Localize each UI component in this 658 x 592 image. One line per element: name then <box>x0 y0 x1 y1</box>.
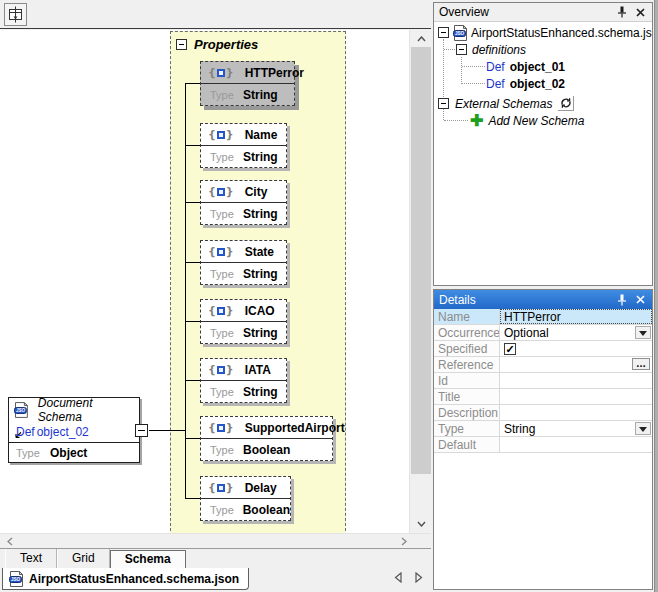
schema-design-pane: Properties {}HTTPerror TypeString {}Name… <box>0 0 431 592</box>
def-prefix: Def <box>486 60 505 74</box>
xmlspy-json-schema-window: Properties {}HTTPerror TypeString {}Name… <box>0 0 658 592</box>
file-tab-bar: JSO AirportStatusEnhanced.schema.json <box>0 568 431 592</box>
tree-connector <box>444 49 455 50</box>
refresh-schemas-icon[interactable] <box>558 96 574 111</box>
title-field[interactable] <box>500 389 652 404</box>
json-schema-file-icon: JSO <box>9 571 24 587</box>
tree-item-object-02[interactable]: Def object_02 <box>486 75 565 92</box>
details-row-reference[interactable]: Reference … <box>434 357 652 373</box>
details-row-name[interactable]: Name HTTPerror <box>434 309 652 325</box>
svg-text:JSO: JSO <box>16 408 26 413</box>
property-box-httperror[interactable]: {}HTTPerror TypeString <box>200 61 295 106</box>
tab-text[interactable]: Text <box>5 549 57 568</box>
schema-settings-button[interactable] <box>4 3 27 26</box>
tree-connector <box>462 83 485 84</box>
details-grid: Name HTTPerror Occurrence Optional Speci… <box>434 309 652 453</box>
occurrence-select[interactable]: Optional <box>500 325 652 340</box>
properties-container-label: Properties <box>194 37 258 52</box>
scroll-down-arrow[interactable] <box>411 516 431 532</box>
json-property-icon: {} <box>208 421 234 434</box>
type-select[interactable]: String <box>500 421 652 436</box>
close-icon[interactable] <box>634 6 647 19</box>
tree-connector <box>462 66 485 67</box>
def-label: Def <box>16 425 35 439</box>
details-row-specified[interactable]: Specified ✓ <box>434 341 652 357</box>
object-02-label: object_02 <box>510 77 565 91</box>
details-title: Details <box>439 293 615 307</box>
def-value: object_02 <box>37 425 89 439</box>
json-property-icon: {} <box>208 66 234 79</box>
connector-stub <box>185 145 200 146</box>
collapse-toggle[interactable] <box>456 44 467 55</box>
id-field[interactable] <box>500 373 652 388</box>
external-schemas-label: External Schemas <box>455 97 552 111</box>
connector-stub <box>185 83 200 84</box>
pin-icon[interactable] <box>615 293 628 306</box>
property-box-icao[interactable]: {}ICAO TypeString <box>200 299 287 344</box>
json-schema-file-icon: JSO <box>453 25 468 41</box>
prev-file-arrow[interactable] <box>394 572 402 583</box>
connector-stub <box>185 380 200 381</box>
definitions-label: definitions <box>472 43 526 57</box>
property-box-city[interactable]: {}City TypeString <box>200 180 287 225</box>
json-property-icon: {} <box>208 128 234 141</box>
next-file-arrow[interactable] <box>415 572 423 583</box>
details-row-default[interactable]: Default <box>434 437 652 453</box>
def-prefix: Def <box>486 77 505 91</box>
scroll-left-arrow[interactable] <box>2 534 18 548</box>
default-field[interactable] <box>500 437 652 452</box>
schema-diagram-canvas[interactable]: Properties {}HTTPerror TypeString {}Name… <box>0 30 431 533</box>
details-title-bar[interactable]: Details <box>434 290 652 309</box>
connector-stub <box>185 438 200 439</box>
tree-item-object-01[interactable]: Def object_01 <box>486 58 565 75</box>
json-property-icon: {} <box>208 481 234 494</box>
name-field[interactable]: HTTPerror <box>500 309 652 324</box>
close-icon[interactable] <box>634 293 647 306</box>
property-box-name[interactable]: {}Name TypeString <box>200 123 287 168</box>
canvas-horizontal-scrollbar[interactable] <box>0 533 431 548</box>
description-field[interactable] <box>500 405 652 420</box>
property-box-delay[interactable]: {}Delay TypeBoolean <box>200 476 291 521</box>
tree-item-schema-file[interactable]: JSO AirportStatusEnhanced.schema.json <box>438 24 652 41</box>
tree-item-external-schemas[interactable]: External Schemas <box>438 95 574 112</box>
specified-checkbox[interactable]: ✓ <box>504 343 516 355</box>
scroll-up-arrow[interactable] <box>411 31 431 47</box>
pin-icon[interactable] <box>615 6 628 19</box>
collapse-toggle[interactable] <box>438 98 449 109</box>
reference-field[interactable]: … <box>500 357 652 372</box>
property-box-state[interactable]: {}State TypeString <box>200 240 287 285</box>
property-box-supportedairport[interactable]: {}SupportedAirport TypeBoolean <box>200 416 333 461</box>
dropdown-arrow-icon[interactable] <box>635 326 651 339</box>
tab-grid[interactable]: Grid <box>57 549 110 568</box>
canvas-vertical-scrollbar[interactable] <box>409 30 431 533</box>
details-row-id[interactable]: Id <box>434 373 652 389</box>
collapse-properties-toggle[interactable] <box>176 39 187 50</box>
object-01-label: object_01 <box>510 60 565 74</box>
vertical-scroll-thumb[interactable] <box>411 47 431 474</box>
document-schema-title: Document Schema <box>38 396 139 424</box>
details-row-description[interactable]: Description <box>434 405 652 421</box>
scroll-right-arrow[interactable] <box>396 534 412 548</box>
tab-schema[interactable]: Schema <box>110 550 186 568</box>
collapse-toggle[interactable] <box>438 27 449 38</box>
overview-panel: Overview <box>433 2 653 286</box>
property-box-iata[interactable]: {}IATA TypeString <box>200 358 287 403</box>
side-panels: Overview <box>432 0 654 592</box>
tree-item-add-new-schema[interactable]: ✚ Add New Schema <box>470 112 584 129</box>
browse-button[interactable]: … <box>632 358 650 370</box>
details-row-type[interactable]: Type String <box>434 421 652 437</box>
document-schema-box[interactable]: JSO Document Schema Def object_02 Type O… <box>8 397 140 463</box>
tree-item-definitions[interactable]: definitions <box>456 41 526 58</box>
dropdown-arrow-icon[interactable] <box>635 422 651 435</box>
overview-title: Overview <box>439 5 615 19</box>
details-row-title[interactable]: Title <box>434 389 652 405</box>
json-property-icon: {} <box>208 185 234 198</box>
file-tab-airportstatus[interactable]: JSO AirportStatusEnhanced.schema.json <box>2 568 249 590</box>
details-row-occurrence[interactable]: Occurrence Optional <box>434 325 652 341</box>
overview-title-bar[interactable]: Overview <box>434 3 652 22</box>
tree-root-label: AirportStatusEnhanced.schema.json <box>471 26 652 40</box>
add-new-schema-label: Add New Schema <box>488 114 584 128</box>
add-icon: ✚ <box>470 113 483 129</box>
specified-cell: ✓ <box>500 341 652 356</box>
document-schema-collapse-toggle[interactable] <box>135 424 148 437</box>
